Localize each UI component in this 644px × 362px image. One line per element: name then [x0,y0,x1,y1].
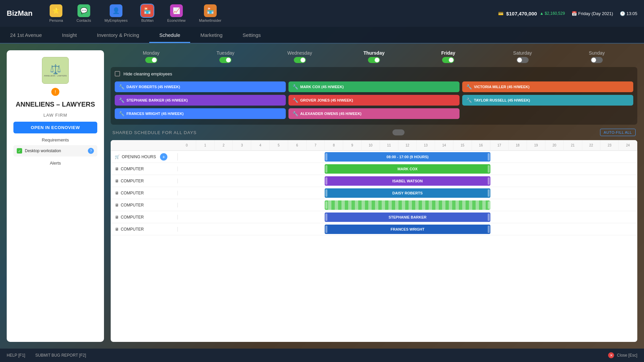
nav-app-contacts[interactable]: 💬 Contacts [70,2,98,25]
bottom-bar: HELP [F1] SUBMIT BUG REPORT [F2] ✕ Close… [0,349,644,362]
schedule-hours-header: 0 1 2 3 4 5 6 7 8 9 10 11 12 13 14 15 16 [178,140,637,151]
nav-settings[interactable]: Settings [232,28,271,43]
bar-handle-right[interactable] [488,226,490,233]
nav-schedule[interactable]: Schedule [149,28,191,43]
day-tuesday-toggle[interactable] [219,57,231,63]
hide-cleaning-checkbox[interactable] [115,71,120,76]
add-opening-hours-button[interactable]: + [160,153,167,161]
day-saturday-toggle[interactable] [517,57,529,63]
day-friday[interactable]: Friday [411,50,485,63]
status-warning-icon: ! [51,88,59,96]
alerts-title: Alerts [13,161,97,166]
day-sunday-toggle[interactable] [591,57,603,63]
help-link[interactable]: HELP [F1] [7,353,25,358]
nav-inventory[interactable]: Inventory & Pricing [87,28,149,43]
hour-21: 21 [564,140,582,151]
company-name: ANNELIENS – LAWYERS [16,100,95,109]
daisy-roberts-bar[interactable]: DAISY ROBERTS [325,188,490,198]
employee-name: ALEXANDER OWENS (45 H/WEEK) [300,112,362,116]
nav-app-employees[interactable]: 👤 MyEmployees [98,2,134,25]
bar-handle-left[interactable] [325,177,327,185]
day-wednesday-toggle[interactable] [294,57,306,63]
req-help-icon[interactable]: ? [88,148,94,154]
employee-grover-jones[interactable]: 🔧 GROVER JONES (45 H/WEEK) [288,95,460,106]
employee-taylor-russell[interactable]: 🔧 TAYLOR RUSSELL (45 H/WEEK) [462,95,633,106]
auto-fill-button[interactable]: AUTO-FILL ALL [600,129,636,136]
employee-victoria-miller[interactable]: 🔧 VICTORIA MILLER (45 H/WEEK) [462,81,633,92]
bar-handle-right[interactable] [488,189,490,197]
date-display: 📅 Friday (Day 2021) [572,11,613,16]
computer-icon-2: 🖥 [115,179,119,183]
nav-app-econoview[interactable]: 📈 EconoView [160,2,192,25]
day-thursday-toggle[interactable] [368,57,380,63]
nav-insight[interactable]: Insight [52,28,87,43]
bar-handle-right[interactable] [488,214,490,221]
day-tuesday[interactable]: Tuesday [188,50,262,63]
bar-handle-right[interactable] [488,165,490,173]
bar-handle-left[interactable] [325,214,327,221]
frances-wright-bar[interactable]: FRANCES WRIGHT [325,225,490,234]
day-monday[interactable]: Monday [114,50,188,63]
money-change: ▲ $2,160,529 [540,11,565,16]
day-saturday[interactable]: Saturday [485,50,559,63]
clock-icon: 🕐 [620,11,625,16]
employee-icon: 🔧 [119,111,124,116]
bar-handle-right[interactable] [488,153,490,161]
stephanie-barker-bar[interactable]: STEPHANIE BARKER [325,213,490,222]
day-friday-toggle[interactable] [442,57,454,63]
employee-alexander-owens[interactable]: 🔧 ALEXANDER OWENS (45 H/WEEK) [288,108,460,119]
nav-address[interactable]: 24 1st Avenue [0,28,52,43]
hour-22: 22 [582,140,601,151]
req-check-icon: ✓ [17,148,22,154]
day-monday-toggle[interactable] [145,57,157,63]
bar-handle-left[interactable] [325,153,327,161]
day-thursday-label: Thursday [363,50,384,56]
employee-name: VICTORIA MILLER (45 H/WEEK) [474,85,530,89]
schedule-row-isabel-watson: 🖥 COMPUTER ISABEL WATSON [111,175,637,187]
pattern-bar[interactable] [325,200,490,210]
computer-icon-6: 🖥 [115,227,119,232]
nav-app-marketinsider[interactable]: 🏪 MarketInsider [192,2,228,25]
isabel-watson-bar[interactable]: ISABEL WATSON [325,176,490,186]
bug-report-link[interactable]: SUBMIT BUG REPORT [F2] [35,353,86,358]
opening-hours-grid: 08:00 - 17:00 (9 HOURS) [178,151,637,163]
hour-20: 20 [545,140,564,151]
computer-label-1: 🖥 COMPUTER [111,167,178,171]
calendar-icon: 📅 [572,11,577,16]
shared-toggle[interactable] [392,129,405,135]
day-monday-label: Monday [143,50,160,56]
bar-handle-left[interactable] [325,189,327,197]
open-econoview-button[interactable]: OPEN IN ECONOVIEW [13,122,97,133]
day-wednesday[interactable]: Wednesday [263,50,337,63]
bar-handle-left[interactable] [325,226,327,233]
bar-handle-left[interactable] [325,165,327,173]
employee-daisy-roberts[interactable]: 🔧 DAISY ROBERTS (45 H/WEEK) [115,81,286,92]
hour-8: 8 [325,140,343,151]
computer-label-6: 🖥 COMPUTER [111,227,178,232]
hour-6: 6 [288,140,307,151]
close-button[interactable]: ✕ Close [Esc] [608,352,637,358]
nav-marketing[interactable]: Marketing [190,28,232,43]
bar-handle-right[interactable] [488,201,490,209]
employees-grid: 🔧 DAISY ROBERTS (45 H/WEEK) 🔧 MARK COX (… [115,80,633,121]
persona-icon: ⭐ [50,4,62,17]
requirement-item: ✓ Desktop workstation ? [13,145,97,157]
employee-mark-cox[interactable]: 🔧 MARK COX (45 H/WEEK) [288,81,460,92]
stephanie-barker-grid: STEPHANIE BARKER [178,211,637,223]
day-thursday[interactable]: Thursday [337,50,411,63]
bar-handle-right[interactable] [488,177,490,185]
mark-cox-bar[interactable]: MARK COX [325,164,490,174]
opening-hours-bar[interactable]: 08:00 - 17:00 (9 HOURS) [325,152,490,162]
hour-23: 23 [600,140,619,151]
employee-frances-wright[interactable]: 🔧 FRANCES WRIGHT (45 H/WEEK) [115,108,286,119]
day-sunday[interactable]: Sunday [560,50,634,63]
nav-app-bizman[interactable]: 🏪 BizMan [134,2,160,25]
hour-16: 16 [472,140,490,151]
date-text: Friday (Day 2021) [578,11,613,16]
nav-app-persona[interactable]: ⭐ Persona [43,2,70,25]
right-panel: Monday Tuesday Wednesday Thursday Friday… [111,50,637,342]
employee-icon: 🔧 [292,98,298,103]
bar-handle-left[interactable] [325,201,327,209]
employee-stephanie-barker[interactable]: 🔧 STEPHANIE BARKER (45 H/WEEK) [115,95,286,106]
computer-label-2: 🖥 COMPUTER [111,179,178,183]
